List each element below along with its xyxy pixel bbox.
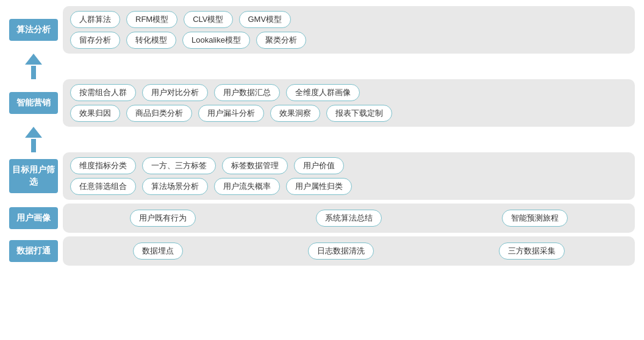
arrow-stem xyxy=(31,66,36,79)
content-area-shaixuan: 维度指标分类一方、三方标签标签数据管理用户价值任意筛选组合算法场景分析用户流失概… xyxy=(63,152,635,200)
tag-yingxiao-0-2[interactable]: 用户数据汇总 xyxy=(214,84,280,101)
tag-suanfa-0-2[interactable]: CLV模型 xyxy=(184,11,232,28)
arrow-stem xyxy=(31,139,36,152)
arrow-up-icon xyxy=(25,127,42,138)
arrow-column xyxy=(9,127,58,152)
arrow-between-suanfa xyxy=(9,57,635,76)
tag-yingxiao-1-2[interactable]: 用户漏斗分析 xyxy=(198,105,264,122)
tag-row-shaixuan-0: 维度指标分类一方、三方标签标签数据管理用户价值 xyxy=(70,157,628,174)
tag-huaxiang-0[interactable]: 用户既有行为 xyxy=(130,210,196,227)
tag-shaixuan-0-2[interactable]: 标签数据管理 xyxy=(222,157,288,174)
tag-yingxiao-1-3[interactable]: 效果洞察 xyxy=(270,105,320,122)
tag-row-suanfa-1: 留存分析转化模型Lookalike模型聚类分析 xyxy=(70,32,628,49)
tag-suanfa-0-0[interactable]: 人群算法 xyxy=(70,11,120,28)
tag-shaixuan-0-3[interactable]: 用户价值 xyxy=(294,157,344,174)
tag-datong-0[interactable]: 数据埋点 xyxy=(133,243,183,260)
arrow-up-icon xyxy=(25,54,42,65)
content-area-yingxiao: 按需组合人群用户对比分析用户数据汇总全维度人群画像效果归因商品归类分析用户漏斗分… xyxy=(63,79,635,127)
content-area-suanfa: 人群算法RFM模型CLV模型GMV模型留存分析转化模型Lookalike模型聚类… xyxy=(63,6,635,54)
tag-datong-2[interactable]: 三方数据采集 xyxy=(499,243,565,260)
tag-shaixuan-1-1[interactable]: 算法场景分析 xyxy=(142,178,208,195)
content-area-datong: 数据埋点日志数据清洗三方数据采集 xyxy=(63,236,635,266)
tag-shaixuan-0-0[interactable]: 维度指标分类 xyxy=(70,157,136,174)
tag-yingxiao-1-0[interactable]: 效果归因 xyxy=(70,105,120,122)
tag-yingxiao-1-4[interactable]: 报表下载定制 xyxy=(326,105,392,122)
section-row-shaixuan: 目标用户筛选维度指标分类一方、三方标签标签数据管理用户价值任意筛选组合算法场景分… xyxy=(9,152,635,200)
tag-yingxiao-0-1[interactable]: 用户对比分析 xyxy=(142,84,208,101)
tag-yingxiao-0-3[interactable]: 全维度人群画像 xyxy=(286,84,360,101)
tag-suanfa-1-0[interactable]: 留存分析 xyxy=(70,32,120,49)
tag-shaixuan-1-3[interactable]: 用户属性归类 xyxy=(286,178,352,195)
tag-datong-1[interactable]: 日志数据清洗 xyxy=(308,243,374,260)
main-container: 算法分析人群算法RFM模型CLV模型GMV模型留存分析转化模型Lookalike… xyxy=(0,0,644,272)
tag-suanfa-1-1[interactable]: 转化模型 xyxy=(126,32,176,49)
tag-suanfa-1-2[interactable]: Lookalike模型 xyxy=(182,32,250,49)
tag-suanfa-1-3[interactable]: 聚类分析 xyxy=(256,32,306,49)
section-row-suanfa: 算法分析人群算法RFM模型CLV模型GMV模型留存分析转化模型Lookalike… xyxy=(9,6,635,54)
tag-row-suanfa-0: 人群算法RFM模型CLV模型GMV模型 xyxy=(70,11,628,28)
section-label-suanfa: 算法分析 xyxy=(9,19,58,41)
tag-shaixuan-1-0[interactable]: 任意筛选组合 xyxy=(70,178,136,195)
section-label-datong: 数据打通 xyxy=(9,240,58,262)
tag-huaxiang-2[interactable]: 智能预测旅程 xyxy=(502,210,568,227)
arrow-between-yingxiao xyxy=(9,130,635,149)
tag-shaixuan-1-2[interactable]: 用户流失概率 xyxy=(214,178,280,195)
tag-row-shaixuan-1: 任意筛选组合算法场景分析用户流失概率用户属性归类 xyxy=(70,178,628,195)
section-label-shaixuan: 目标用户筛选 xyxy=(9,159,58,193)
section-row-datong: 数据打通数据埋点日志数据清洗三方数据采集 xyxy=(9,236,635,266)
tag-suanfa-0-1[interactable]: RFM模型 xyxy=(126,11,177,28)
tag-suanfa-0-3[interactable]: GMV模型 xyxy=(239,11,292,28)
tag-yingxiao-1-1[interactable]: 商品归类分析 xyxy=(126,105,192,122)
content-area-huaxiang: 用户既有行为系统算法总结智能预测旅程 xyxy=(63,204,635,233)
section-row-huaxiang: 用户画像用户既有行为系统算法总结智能预测旅程 xyxy=(9,204,635,233)
tag-shaixuan-0-1[interactable]: 一方、三方标签 xyxy=(142,157,216,174)
section-label-yingxiao: 智能营销 xyxy=(9,92,58,114)
tag-row-yingxiao-1: 效果归因商品归类分析用户漏斗分析效果洞察报表下载定制 xyxy=(70,105,628,122)
tag-row-yingxiao-0: 按需组合人群用户对比分析用户数据汇总全维度人群画像 xyxy=(70,84,628,101)
tag-yingxiao-0-0[interactable]: 按需组合人群 xyxy=(70,84,136,101)
section-row-yingxiao: 智能营销按需组合人群用户对比分析用户数据汇总全维度人群画像效果归因商品归类分析用… xyxy=(9,79,635,127)
tag-huaxiang-1[interactable]: 系统算法总结 xyxy=(316,210,382,227)
section-label-huaxiang: 用户画像 xyxy=(9,207,58,229)
arrow-column xyxy=(9,54,58,79)
